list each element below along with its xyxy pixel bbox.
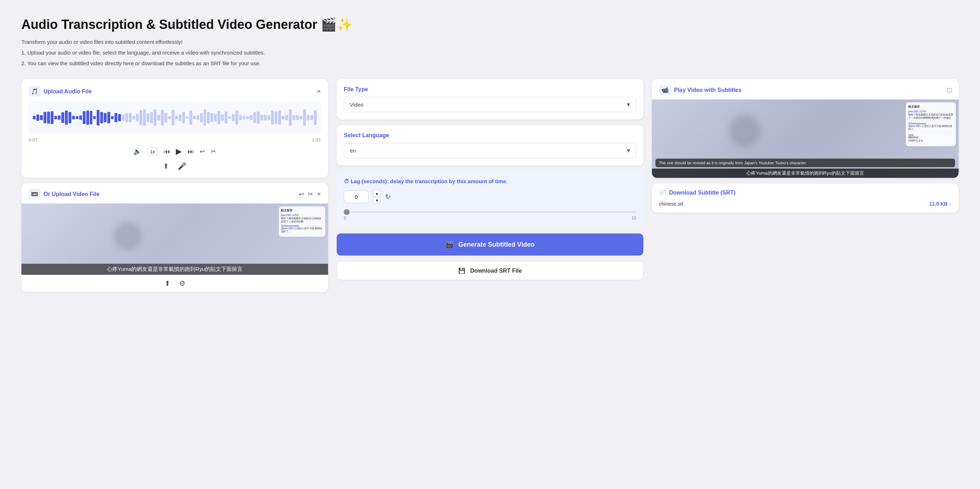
volume-button[interactable]: 🔈 <box>134 148 141 156</box>
video-tape-icon: 📼 <box>29 189 41 199</box>
play-chat-item-3: nyuk 嗯喔剩材1996年生まれ <box>908 133 953 143</box>
download-subtitle-title: Download Subtitle (SRT) <box>669 190 736 196</box>
audio-panel-title: 🎵 Upload Audio File <box>29 86 92 97</box>
chat-name-1: jane.3321 <box>281 214 291 216</box>
chat-name-2: 533mmmeewww <box>281 225 299 227</box>
play-video-panel: 📹 Play Video with Subtitles □ 帖文留言 jane.… <box>652 79 959 178</box>
music-icon: 🎵 <box>29 86 41 97</box>
rewind-button[interactable]: ⏮ <box>164 148 170 156</box>
video-close-button[interactable]: × <box>317 190 321 198</box>
play-chat-name-1: jane.3321 <box>908 110 919 113</box>
scissors-button[interactable]: ✂ <box>211 148 216 156</box>
slider-max-label: 10 <box>632 216 636 221</box>
video-share-button[interactable]: ⬆ <box>164 279 170 287</box>
lag-number-input[interactable] <box>344 191 369 203</box>
waveform-display <box>29 102 321 133</box>
column-2: File Type Video Audio ▼ Select Language … <box>337 79 643 292</box>
lag-label: ⏱ Lag (seconds): delay the transcription… <box>344 178 636 184</box>
time-start: 0:07 <box>29 137 37 143</box>
time-end: 1:31 <box>312 137 321 143</box>
download-srt-label: Download SRT File <box>470 268 522 274</box>
play-chat-name-3: nyuk <box>908 133 914 136</box>
video-panel-controls: ↩ ✂ × <box>299 190 321 198</box>
file-type-select-wrapper: Video Audio ▼ <box>344 97 636 112</box>
download-subtitle-icon: 📄 <box>659 189 666 196</box>
lag-decrement-button[interactable]: ▼ <box>373 197 381 203</box>
audio-panel-label: Upload Audio File <box>43 88 92 95</box>
play-chat-item-1: jane.3321 11月8 剛有了兩張截圖文文他跟自己的粉絲是那了☺️淡那些到… <box>908 110 953 121</box>
video-settings-button[interactable]: ⚙ <box>179 279 185 287</box>
audio-upload-actions: ⬆ 🎤 <box>29 162 321 170</box>
play-video-chat-mock: 帖文留言 jane.3321 11月8 剛有了兩張截圖文文他跟自己的粉絲是那了☺… <box>906 102 956 146</box>
slider-labels: 0 10 <box>344 216 636 221</box>
generate-btn-label: Generate Subtitled Video <box>458 241 535 248</box>
language-panel: Select Language en zh ja ko fr de es ▼ <box>337 125 643 165</box>
generate-btn-icon: 🎬 <box>445 241 453 248</box>
generate-subtitled-video-button[interactable]: 🎬 Generate Subtitled Video <box>337 233 643 256</box>
lag-increment-button[interactable]: ▲ <box>373 190 381 196</box>
chat-title: 帖文留言 <box>281 208 323 213</box>
audio-panel-header: 🎵 Upload Audio File × <box>29 86 321 97</box>
play-chat-title: 帖文留言 <box>908 105 953 109</box>
language-select-wrapper: en zh ja ko fr de es ▼ <box>344 143 636 158</box>
share-upload-button[interactable]: ⬆ <box>163 162 169 170</box>
lag-slider[interactable] <box>344 211 636 213</box>
download-srt-button[interactable]: 💾 Download SRT File <box>337 261 643 280</box>
video-upload-panel: 📼 Or Upload Video File ↩ ✂ × 帖文留言 jane.3 <box>21 183 328 292</box>
lag-panel: ⏱ Lag (seconds): delay the transcription… <box>337 171 643 228</box>
lag-input-row: ▲ ▼ ↻ <box>344 190 636 203</box>
undo-button[interactable]: ↩ <box>200 148 205 156</box>
play-blur-circle <box>729 115 760 147</box>
video-chat-mock: 帖文留言 jane.3321 11月8 剛有了兩張截圖文文他跟自己的粉絲是那了☺… <box>279 206 325 237</box>
play-video-icon: 📹 <box>659 85 671 95</box>
download-srt-icon: 💾 <box>458 267 465 274</box>
download-filesize[interactable]: 11.9 KB ↓ <box>929 201 951 207</box>
file-type-label: File Type <box>344 86 636 93</box>
video-content-mock: 帖文留言 jane.3321 11月8 剛有了兩張截圖文文他跟自己的粉絲是那了☺… <box>21 203 328 264</box>
video-scissors-button[interactable]: ✂ <box>308 191 313 198</box>
desc-line-1: Transform your audio or video files into… <box>21 38 959 46</box>
speed-button[interactable]: 1x <box>147 148 158 156</box>
download-subtitle-panel: 📄 Download Subtitle (SRT) chinese.srt 11… <box>652 184 959 213</box>
play-chinese-subtitle: 心疼Yuma的網友還是非常氣憤的跑到Ryu的貼文下面留言 <box>652 168 959 178</box>
column-3: 📹 Play Video with Subtitles □ 帖文留言 jane.… <box>652 79 959 292</box>
desc-line-2: 1. Upload your audio or video file, sele… <box>21 48 959 57</box>
microphone-button[interactable]: 🎤 <box>178 162 186 170</box>
chat-item-1: jane.3321 11月8 剛有了兩張截圖文文他跟自己的粉絲是那了☺️淡那些到… <box>281 214 323 224</box>
play-subtitle-en: The one should be revived as it is origi… <box>659 161 807 165</box>
audio-upload-panel: 🎵 Upload Audio File × 0:07 1:31 🔈 1x ⏮ ▶ <box>21 79 328 178</box>
file-type-select[interactable]: Video Audio <box>344 97 636 112</box>
play-chat-name-2: 533mmmeewww <box>908 122 926 125</box>
download-file-row: chinese.srt 11.9 KB ↓ <box>659 201 951 207</box>
download-subtitle-header: 📄 Download Subtitle (SRT) <box>659 189 951 196</box>
play-chat-item-2: 533mmmeewww @jane.3321 心這的人是不可能.動態也就對了..… <box>908 122 953 133</box>
chat-item-2: 533mmmeewww @jane.3321 心這的人是不可能.動態也就對了..… <box>281 225 323 233</box>
waveform-bars <box>33 107 317 128</box>
video-panel-header: 📼 Or Upload Video File ↩ ✂ × <box>21 183 328 203</box>
audio-controls: 🔈 1x ⏮ ▶ ⏭ ↩ ✂ <box>29 147 321 156</box>
lag-reset-button[interactable]: ↻ <box>385 193 390 201</box>
video-panel-label: Or Upload Video File <box>43 191 100 197</box>
play-video-close-button[interactable]: □ <box>947 86 951 94</box>
video-thumbnail: 帖文留言 jane.3321 11月8 剛有了兩張截圖文文他跟自己的粉絲是那了☺… <box>21 203 328 275</box>
page-title: Audio Transcription & Subtitled Video Ge… <box>21 17 959 32</box>
lag-stepper: ▲ ▼ <box>373 190 381 203</box>
video-undo-button[interactable]: ↩ <box>299 191 304 198</box>
blur-circle <box>113 222 142 250</box>
play-button[interactable]: ▶ <box>176 147 182 156</box>
column-1: 🎵 Upload Audio File × 0:07 1:31 🔈 1x ⏮ ▶ <box>21 79 328 292</box>
play-video-title: 📹 Play Video with Subtitles <box>659 85 741 95</box>
play-video-header: 📹 Play Video with Subtitles □ <box>652 79 959 100</box>
video-bottom-actions: ⬆ ⚙ <box>21 275 328 292</box>
play-video-mock: 帖文留言 jane.3321 11月8 剛有了兩張截圖文文他跟自己的粉絲是那了☺… <box>652 100 959 178</box>
fast-forward-button[interactable]: ⏭ <box>188 148 194 156</box>
main-grid: 🎵 Upload Audio File × 0:07 1:31 🔈 1x ⏮ ▶ <box>21 79 959 292</box>
video-panel-title: 📼 Or Upload Video File <box>29 189 100 199</box>
play-video-label: Play Video with Subtitles <box>674 87 741 94</box>
time-labels: 0:07 1:31 <box>29 137 321 143</box>
file-type-panel: File Type Video Audio ▼ <box>337 79 643 119</box>
audio-close-button[interactable]: × <box>317 87 321 95</box>
play-subtitle-overlay: The one should be revived as it is origi… <box>655 159 955 167</box>
desc-line-3: 2. You can view the subtitled video dire… <box>21 59 959 68</box>
language-select[interactable]: en zh ja ko fr de es <box>344 143 636 158</box>
